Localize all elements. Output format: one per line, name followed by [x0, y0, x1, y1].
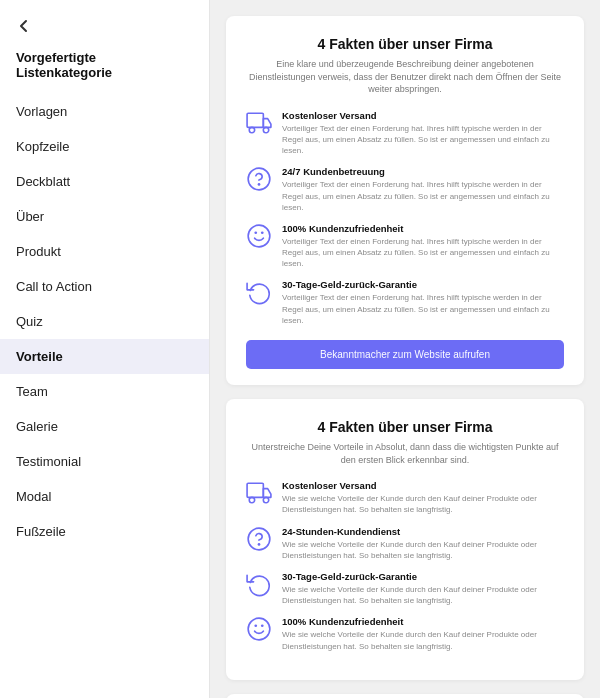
feature-title: 100% Kundenzufriedenheit: [282, 223, 564, 234]
feature-body: Vorteiliger Text der einen Forderung hat…: [282, 179, 564, 213]
card1-title: 4 Fakten über unser Firma: [246, 36, 564, 52]
sidebar: Vorgefertigte Listenkategorie VorlagenKo…: [0, 0, 210, 698]
sidebar-item-call-to-action[interactable]: Call to Action: [0, 269, 209, 304]
feature-title: 30-Tage-Geld-zurück-Garantie: [282, 571, 564, 582]
svg-point-5: [248, 225, 270, 247]
sidebar-title: Vorgefertigte Listenkategorie: [0, 50, 209, 94]
feature-body: Wie sie welche Vorteile der Kunde durch …: [282, 493, 564, 515]
feature-item: 100% Kundenzufriedenheit Vorteiliger Tex…: [246, 223, 564, 270]
sidebar-item-modal[interactable]: Modal: [0, 479, 209, 514]
feature-item: 30-Tage-Geld-zurück-Garantie Wie sie wel…: [246, 571, 564, 606]
feature-item: 24/7 Kundenbetreuung Vorteiliger Text de…: [246, 166, 564, 213]
feature-body: Wie sie welche Vorteile der Kunde durch …: [282, 584, 564, 606]
svg-rect-8: [247, 483, 263, 497]
feature-title: 100% Kundenzufriedenheit: [282, 616, 564, 627]
card2-title: 4 Fakten über unser Firma: [246, 419, 564, 435]
sidebar-item-vorlagen[interactable]: Vorlagen: [0, 94, 209, 129]
features-card-2: 4 Fakten über unser Firma Unterstreiche …: [226, 399, 584, 680]
sidebar-item-kopfzeile[interactable]: Kopfzeile: [0, 129, 209, 164]
card1-feature-list: Kostenloser Versand Vorteiliger Text der…: [246, 110, 564, 326]
feature-body: Wie sie welche Vorteile der Kunde durch …: [282, 629, 564, 651]
svg-point-11: [248, 528, 270, 550]
card2-subtitle: Unterstreiche Deine Vorteile in Absolut,…: [246, 441, 564, 466]
feature-icon-refund: [246, 571, 272, 597]
feature-body: Vorteiliger Text der einen Forderung hat…: [282, 292, 564, 326]
cta-button[interactable]: Bekanntmacher zum Website aufrufen: [246, 340, 564, 369]
main-content: 4 Fakten über unser Firma Eine klare und…: [210, 0, 600, 698]
feature-item: 30-Tage-Geld-zurück-Garantie Vorteiliger…: [246, 279, 564, 326]
feature-item: Kostenloser Versand Vorteiliger Text der…: [246, 110, 564, 157]
sidebar-item-team[interactable]: Team: [0, 374, 209, 409]
svg-point-13: [248, 619, 270, 641]
sidebar-item-testimonial[interactable]: Testimonial: [0, 444, 209, 479]
svg-point-1: [249, 127, 254, 132]
feature-icon-support: [246, 526, 272, 552]
feature-icon-support: [246, 166, 272, 192]
svg-point-10: [263, 498, 268, 503]
sidebar-item-quiz[interactable]: Quiz: [0, 304, 209, 339]
feature-item: 100% Kundenzufriedenheit Wie sie welche …: [246, 616, 564, 651]
feature-icon-shipping: [246, 110, 272, 136]
sidebar-item-deckblatt[interactable]: Deckblatt: [0, 164, 209, 199]
back-button[interactable]: [0, 14, 209, 50]
sidebar-item-fusszeile[interactable]: Fußzeile: [0, 514, 209, 549]
feature-body: Vorteiliger Text der einen Forderung hat…: [282, 123, 564, 157]
sidebar-item-vorteile[interactable]: Vorteile: [0, 339, 209, 374]
feature-body: Wie sie welche Vorteile der Kunde durch …: [282, 539, 564, 561]
sidebar-item-ueber[interactable]: Über: [0, 199, 209, 234]
feature-item: Kostenloser Versand Wie sie welche Vorte…: [246, 480, 564, 515]
card2-feature-list: Kostenloser Versand Wie sie welche Vorte…: [246, 480, 564, 652]
feature-title: Kostenloser Versand: [282, 480, 564, 491]
feature-title: 24/7 Kundenbetreuung: [282, 166, 564, 177]
svg-point-9: [249, 498, 254, 503]
sidebar-item-galerie[interactable]: Galerie: [0, 409, 209, 444]
feature-title: Kostenloser Versand: [282, 110, 564, 121]
feature-title: 30-Tage-Geld-zurück-Garantie: [282, 279, 564, 290]
feature-icon-satisfaction: [246, 616, 272, 642]
sidebar-item-produkt[interactable]: Produkt: [0, 234, 209, 269]
bottom-strip: Kostenloser Versand Warum der Teilnehmer…: [226, 694, 584, 698]
feature-icon-refund: [246, 279, 272, 305]
svg-point-2: [263, 127, 268, 132]
feature-title: 24-Stunden-Kundendienst: [282, 526, 564, 537]
svg-point-3: [248, 169, 270, 191]
feature-item: 24-Stunden-Kundendienst Wie sie welche V…: [246, 526, 564, 561]
feature-icon-satisfaction: [246, 223, 272, 249]
feature-icon-shipping: [246, 480, 272, 506]
features-card-1: 4 Fakten über unser Firma Eine klare und…: [226, 16, 584, 385]
feature-body: Vorteiliger Text der einen Forderung hat…: [282, 236, 564, 270]
card1-subtitle: Eine klare und überzeugende Beschreibung…: [246, 58, 564, 96]
svg-rect-0: [247, 113, 263, 127]
